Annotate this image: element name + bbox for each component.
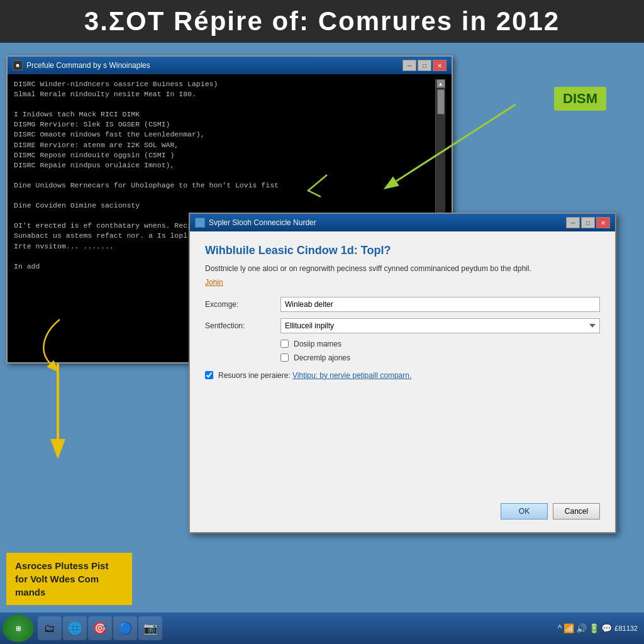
checkbox2-label: Decremlp ajones (294, 353, 350, 362)
start-button[interactable]: ⊞ (3, 614, 34, 642)
taskbar-msg-icon: 💬 (601, 623, 612, 633)
cmd-maximize-button[interactable]: □ (418, 60, 431, 71)
cmd-title-text: Prcefule Command by s Winoinaples (26, 61, 150, 70)
dialog-heading: Wihbluile Leasic Cindow 1d: Topl? (205, 244, 600, 257)
exchange-label: Excomge: (205, 300, 280, 309)
cmd-window-controls: ─ □ ✕ (402, 60, 447, 71)
exchange-row: Excomge: (205, 297, 600, 312)
taskbar-network-icon: 📶 (564, 623, 574, 633)
taskbar-icon-app2[interactable]: 🔵 (113, 616, 137, 640)
dialog-close-button[interactable]: ✕ (596, 217, 610, 228)
dialog-body: Wihbluile Leasic Cindow 1d: Topl? Dosttn… (190, 231, 615, 532)
resources-label: Resuors ine peraiere: Vihtipu: by nervie… (218, 371, 411, 380)
selection-dropdown[interactable]: Ellituceil inpilty (280, 318, 600, 333)
resources-row: Resuors ine peraiere: Vihtipu: by nervie… (205, 371, 600, 380)
selection-label: Sentfection: (205, 321, 280, 330)
cmd-close-button[interactable]: ✕ (433, 60, 447, 71)
dialog-window: Svpler Slooh Connecicle Nurder ─ □ ✕ Wih… (189, 213, 616, 533)
page-header: 3.ΣOT Répire of: Comrures in 2012 (0, 0, 644, 43)
scroll-thumb[interactable] (437, 89, 445, 114)
checkbox1-row: Dosiip mames (205, 340, 600, 348)
dialog-window-controls: ─ □ ✕ (566, 217, 610, 228)
taskbar-icon-app1[interactable]: 🎯 (88, 616, 112, 640)
taskbar-clock: £81132 (614, 624, 638, 633)
ok-button[interactable]: OK (501, 503, 548, 519)
taskbar: ⊞ 🗂 🌐 🎯 🔵 📷 ^ 📶 🔊 🔋 💬 £81132 (0, 613, 644, 644)
selection-row: Sentfection: Ellituceil inpilty (205, 318, 600, 333)
checkbox1-label: Dosiip mames (294, 340, 341, 348)
dialog-title-left: Svpler Slooh Connecicle Nurder (195, 218, 316, 228)
cmd-window-icon: ■ (13, 60, 23, 70)
cancel-button[interactable]: Cancel (553, 503, 600, 519)
dialog-maximize-button[interactable]: □ (581, 217, 595, 228)
dialog-link[interactable]: Johin (205, 278, 600, 287)
resources-checkbox[interactable] (205, 371, 213, 379)
main-area: ■ Prcefule Command by s Winoinaples ─ □ … (0, 43, 644, 611)
dialog-title-text: Svpler Slooh Connecicle Nurder (209, 218, 316, 227)
dism-label: DISM (554, 87, 606, 111)
taskbar-arrow-icon: ^ (558, 623, 562, 633)
taskbar-battery-icon: 🔋 (589, 623, 599, 633)
scroll-up-arrow[interactable]: ▲ (436, 79, 445, 88)
dialog-minimize-button[interactable]: ─ (566, 217, 580, 228)
bottom-label: Asroces Plutess Pist for Volt Wdes Com m… (6, 553, 132, 605)
taskbar-sys-icons: ^ 📶 🔊 🔋 💬 (558, 623, 613, 633)
taskbar-icon-browser[interactable]: 🌐 (63, 616, 87, 640)
taskbar-icon-camera[interactable]: 📷 (138, 616, 162, 640)
resources-link[interactable]: Vihtipu: by nervie petipaill comparn. (292, 371, 411, 380)
exchange-input[interactable] (280, 297, 600, 312)
taskbar-right: ^ 📶 🔊 🔋 💬 £81132 (558, 623, 641, 633)
checkbox2-row: Decremlp ajones (205, 353, 600, 362)
checkbox1-input[interactable] (280, 340, 289, 348)
checkbox2-input[interactable] (280, 353, 289, 362)
taskbar-volume-icon: 🔊 (576, 623, 587, 633)
dialog-footer: OK Cancel (205, 497, 600, 519)
cmd-title-left: ■ Prcefule Command by s Winoinaples (13, 60, 150, 70)
start-icon: ⊞ (16, 625, 21, 632)
cmd-minimize-button[interactable]: ─ (402, 60, 416, 71)
cmd-titlebar: ■ Prcefule Command by s Winoinaples ─ □ … (8, 57, 452, 74)
taskbar-icon-files[interactable]: 🗂 (38, 616, 62, 640)
page-title: 3.ΣOT Répire of: Comrures in 2012 (13, 6, 631, 36)
dialog-window-icon (195, 218, 205, 228)
dialog-titlebar: Svpler Slooh Connecicle Nurder ─ □ ✕ (190, 214, 615, 231)
dialog-description: Dosttnicle ly one aloci or on regnorwith… (205, 264, 600, 274)
